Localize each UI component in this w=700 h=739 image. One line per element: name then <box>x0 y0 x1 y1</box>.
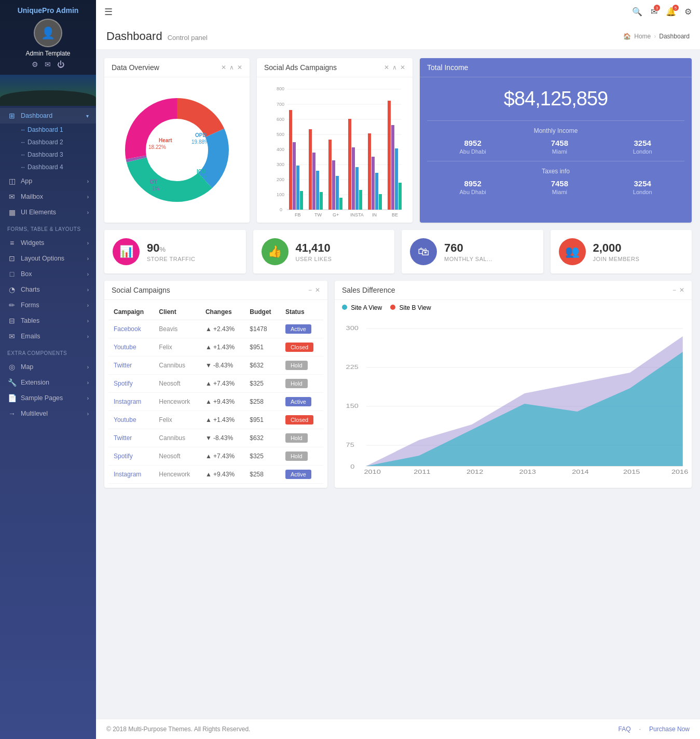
svg-rect-39 <box>320 192 323 210</box>
close-icon[interactable]: ✕ <box>400 64 405 71</box>
page-title: Dashboard <box>106 30 162 43</box>
hamburger-button[interactable]: ☰ <box>104 6 113 18</box>
stat-box-traffic: 📊 90% STORE TRAFFIC <box>104 230 246 273</box>
mail-icon[interactable]: ✉3 <box>651 7 657 17</box>
svg-text:2014: 2014 <box>572 469 588 475</box>
purchase-link[interactable]: Purchase Now <box>649 726 690 733</box>
minimize-icon[interactable]: − <box>308 286 312 294</box>
gear-icon[interactable]: ⚙ <box>32 60 38 69</box>
sidebar-item-mailbox[interactable]: ✉ Mailbox › <box>0 189 96 204</box>
faq-link[interactable]: FAQ <box>619 726 631 733</box>
sidebar-item-emails[interactable]: ✉ Emails › <box>0 329 96 344</box>
stat-label: MONTHLY SAL... <box>444 256 492 262</box>
home-icon: 🏠 <box>623 33 631 40</box>
card-controls: ✕ ∧ ✕ <box>221 64 242 71</box>
sidebar-item-app[interactable]: ◫ App › <box>0 173 96 189</box>
monthly-income-stats: 8952 Abu Dhabi 7458 Miami 3254 London <box>427 139 684 155</box>
svg-text:INSTA: INSTA <box>350 212 364 217</box>
sidebar-sub-dashboard2[interactable]: Dashboard 2 <box>0 136 96 148</box>
chevron-up-icon[interactable]: ∧ <box>392 64 397 71</box>
svg-rect-55 <box>399 183 402 210</box>
svg-rect-46 <box>355 167 359 210</box>
power-icon[interactable]: ⏻ <box>57 60 64 69</box>
status-badge: Active <box>285 324 311 334</box>
chevron-right-icon: › <box>87 318 89 324</box>
chevron-right-icon: › <box>87 194 89 200</box>
svg-text:600: 600 <box>277 117 284 122</box>
sidebar-sub-dashboard4[interactable]: Dashboard 4 <box>0 161 96 173</box>
sidebar-item-map[interactable]: ◎ Map › <box>0 359 96 375</box>
card-title: Sales Difference <box>342 286 395 294</box>
svg-text:18.22%: 18.22% <box>148 144 166 150</box>
stat-label: JOIN MEMBERS <box>593 256 640 262</box>
svg-rect-52 <box>388 101 391 210</box>
data-overview-card: Data Overview ✕ ∧ ✕ <box>104 58 250 223</box>
sidebar-item-dashboard[interactable]: ⊞ Dashboard ▾ <box>0 108 96 124</box>
col-status: Status <box>280 304 323 320</box>
card-title: Data Overview <box>112 63 159 72</box>
sidebar-item-layout[interactable]: ⊡ Layout Options › <box>0 251 96 266</box>
sidebar-sub-dashboard3[interactable]: Dashboard 3 <box>0 148 96 161</box>
svg-rect-42 <box>336 176 339 210</box>
status-cell: Closed <box>280 338 323 357</box>
sidebar-item-label: Charts <box>21 286 40 293</box>
chevron-up-icon[interactable]: ∧ <box>229 64 234 71</box>
sidebar-item-box[interactable]: □ Box › <box>0 266 96 282</box>
chevron-right-icon: › <box>87 271 89 277</box>
status-cell: Active <box>280 466 323 484</box>
minimize-icon[interactable]: − <box>672 286 676 294</box>
chevron-down-icon: ▾ <box>86 113 89 119</box>
status-badge: Active <box>285 470 311 479</box>
cross-icon[interactable]: ✕ <box>221 64 226 71</box>
sidebar-sub-dashboard1[interactable]: Dashboard 1 <box>0 124 96 136</box>
widgets-icon: ≡ <box>7 239 17 247</box>
status-badge: Hold <box>285 433 308 443</box>
stat-boxes: 📊 90% STORE TRAFFIC 👍 41,410 USER LIKES … <box>104 230 692 273</box>
sidebar-item-forms[interactable]: ✏ Forms › <box>0 297 96 313</box>
social-ads-card: Social Ads Campaigns ✕ ∧ ✕ 800 700 600 5… <box>257 58 413 223</box>
sidebar-item-extension[interactable]: 🔧 Extension › <box>0 375 96 390</box>
search-icon[interactable]: 🔍 <box>632 7 642 17</box>
svg-text:19.88%: 19.88% <box>191 139 209 145</box>
stat-label: London <box>633 148 652 155</box>
mail-icon[interactable]: ✉ <box>45 60 51 69</box>
campaign-name: Twitter <box>108 357 154 375</box>
sidebar-item-label: Tables <box>21 317 39 324</box>
settings-icon[interactable]: ⚙ <box>684 7 692 17</box>
notification-icon[interactable]: 🔔5 <box>666 7 676 17</box>
sidebar-item-ui-elements[interactable]: ▦ UI Elements › <box>0 204 96 220</box>
chevron-right-icon: › <box>87 287 89 293</box>
status-cell: Hold <box>280 375 323 393</box>
svg-rect-51 <box>379 194 382 210</box>
breadcrumb-home[interactable]: Home <box>634 33 651 40</box>
svg-text:TW: TW <box>314 212 322 217</box>
stat-label: STORE TRAFFIC <box>147 256 196 262</box>
sidebar-item-multilevel[interactable]: → Multilevel › <box>0 406 96 421</box>
sidebar-item-tables[interactable]: ⊟ Tables › <box>0 313 96 329</box>
taxes-section: Taxes info 8952 Abu Dhabi 7458 Miami 325… <box>420 161 692 201</box>
stat-value: 8952 <box>459 179 486 188</box>
chevron-right-icon: › <box>87 210 89 215</box>
stat-value: 760 <box>444 241 492 255</box>
sidebar-item-label: Extension <box>21 379 49 386</box>
close-icon[interactable]: ✕ <box>315 286 320 294</box>
sidebar-item-sample-pages[interactable]: 📄 Sample Pages › <box>0 390 96 406</box>
table-row: Twitter Cannibus ▼ -8.43% $632 Hold <box>108 429 323 447</box>
svg-rect-33 <box>293 142 296 210</box>
table-row: Twitter Cannibus ▼ -8.43% $632 Hold <box>108 357 323 375</box>
stat-value: 7458 <box>551 139 568 147</box>
close-icon[interactable]: ✕ <box>237 64 242 71</box>
cross-icon[interactable]: ✕ <box>384 64 389 71</box>
sidebar-item-charts[interactable]: ◔ Charts › <box>0 282 96 297</box>
table-row: Instagram Hencework ▲ +9.43% $258 Active <box>108 466 323 484</box>
change-value: ▲ +1.43% <box>200 338 244 357</box>
table-row: Youtube Felix ▲ +1.43% $951 Closed <box>108 338 323 357</box>
change-value: ▲ +1.43% <box>200 411 244 429</box>
sidebar-item-widgets[interactable]: ≡ Widgets › <box>0 235 96 251</box>
change-value: ▲ +9.43% <box>200 393 244 411</box>
stat-label: USER LIKES <box>296 256 332 262</box>
svg-rect-34 <box>296 166 299 210</box>
close-icon[interactable]: ✕ <box>679 286 684 294</box>
area-chart: 300 225 150 75 0 <box>340 321 687 476</box>
card-header: Social Campaigns − ✕ <box>104 281 327 300</box>
